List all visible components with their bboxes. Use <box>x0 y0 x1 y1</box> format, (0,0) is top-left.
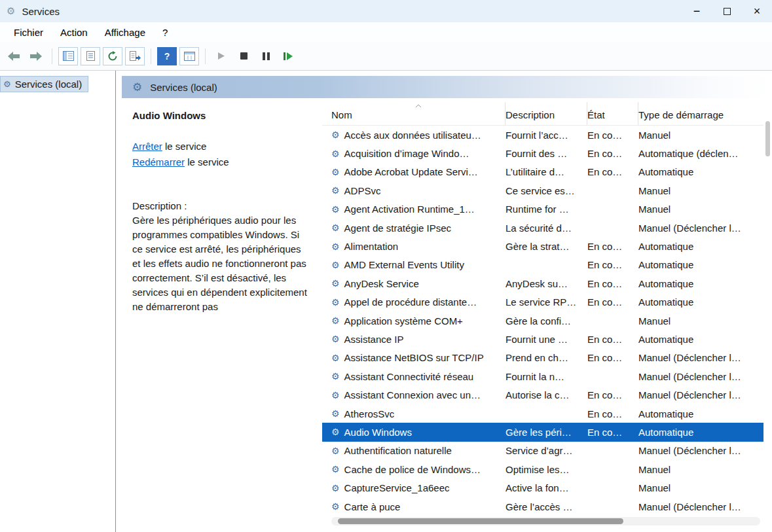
table-row[interactable]: ⚙Authentification naturelleService d’agr… <box>322 442 763 460</box>
table-row[interactable]: ⚙Cache de police de Windows…Optimise les… <box>322 460 763 478</box>
service-state-cell: En co… <box>587 130 638 141</box>
service-state-cell: En co… <box>587 241 638 252</box>
restart-service-line: Redémarrer le service <box>132 154 312 170</box>
service-name-text: Application système COM+ <box>344 315 463 327</box>
services-header-band: ⚙ Services (local) <box>122 76 772 98</box>
restart-service-link[interactable]: Redémarrer <box>132 156 185 168</box>
service-name-cell: ⚙Adobe Acrobat Update Servi… <box>331 166 505 177</box>
service-name-cell: ⚙AMD External Events Utility <box>331 259 505 270</box>
tree-item-label: Services (local) <box>15 79 83 90</box>
table-row[interactable]: ⚙Assistance NetBIOS sur TCP/IPPrend en c… <box>322 349 763 367</box>
table-row[interactable]: ⚙Carte à puceGère l’accès …Manuel (Décle… <box>322 497 763 516</box>
table-row[interactable]: ⚙Appel de procédure distante…Le service … <box>322 293 763 311</box>
table-row[interactable]: ⚙Assistance IPFournit une …En co…Automat… <box>322 330 763 348</box>
menu-affichage[interactable]: Affichage <box>96 24 154 41</box>
table-row[interactable]: ⚙AtherosSvcEn co…Automatique <box>322 404 763 423</box>
services-rows: ⚙Accès aux données utilisateu…Fournit l’… <box>322 126 763 516</box>
service-state-cell: En co… <box>587 148 638 159</box>
table-row[interactable]: ⚙Acquisition d’image Windo…Fournit des …… <box>322 144 763 162</box>
sort-ascending-icon <box>415 104 422 108</box>
extended-view-button[interactable] <box>179 47 199 65</box>
table-row[interactable]: ⚙AMD External Events UtilityEn co…Automa… <box>322 256 763 274</box>
pause-service-button[interactable] <box>256 47 276 65</box>
minimize-button[interactable]: − <box>682 0 712 22</box>
service-name-text: Assistance NetBIOS sur TCP/IP <box>344 352 484 363</box>
stop-service-link[interactable]: Arrêter <box>132 141 162 152</box>
table-row[interactable]: ⚙AnyDesk ServiceAnyDesk su…En co…Automat… <box>322 274 763 293</box>
services-table: Nom Description État Type de démarrage ⚙… <box>322 98 772 532</box>
table-row[interactable]: ⚙Application système COM+Gère la confi…M… <box>322 311 763 330</box>
menu-help[interactable]: ? <box>154 24 176 41</box>
restart-service-button[interactable] <box>278 47 298 65</box>
service-name-text: Alimentation <box>344 241 399 252</box>
service-name-cell: ⚙Assistance IP <box>331 334 505 345</box>
export-list-icon <box>130 51 141 61</box>
vertical-scrollbar-thumb[interactable] <box>765 121 770 156</box>
service-gear-icon: ⚙ <box>331 149 340 158</box>
service-name-text: CaptureService_1a6eec <box>344 482 450 493</box>
horizontal-scrollbar[interactable] <box>331 517 760 525</box>
service-description-cell: Autorise la c… <box>505 389 587 400</box>
service-description-cell: Runtime for … <box>505 204 587 215</box>
column-header-description[interactable]: Description <box>505 102 587 125</box>
table-row[interactable]: ⚙Audio WindowsGère les péri…En co…Automa… <box>322 423 763 441</box>
start-service-button[interactable] <box>211 47 231 65</box>
app-gear-icon: ⚙ <box>7 5 15 17</box>
column-header-type-demarrage[interactable]: Type de démarrage <box>638 102 763 125</box>
column-header-etat[interactable]: État <box>587 102 638 125</box>
service-name-text: Agent Activation Runtime_1… <box>344 204 475 215</box>
table-row[interactable]: ⚙Assistant Connectivité réseauFournit la… <box>322 367 763 385</box>
service-gear-icon: ⚙ <box>331 353 340 363</box>
service-gear-icon: ⚙ <box>331 242 340 251</box>
horizontal-scrollbar-thumb[interactable] <box>338 518 623 524</box>
menu-fichier[interactable]: Fichier <box>5 24 52 41</box>
service-state-cell: En co… <box>587 427 638 438</box>
window-title: Services <box>22 6 60 17</box>
table-row[interactable]: ⚙CaptureService_1a6eecActive la fon…Manu… <box>322 478 763 497</box>
table-row[interactable]: ⚙Accès aux données utilisateu…Fournit l’… <box>322 126 763 144</box>
back-button[interactable] <box>4 47 24 65</box>
tree-item-services-local[interactable]: ⚙ Services (local) <box>0 76 88 92</box>
service-gear-icon: ⚙ <box>331 502 340 511</box>
toolbar-separator <box>151 48 151 64</box>
service-startup-cell: Automatique (déclen… <box>638 148 763 159</box>
service-gear-icon: ⚙ <box>331 409 340 418</box>
stop-service-button[interactable] <box>234 47 253 65</box>
service-state-cell: En co… <box>587 166 638 177</box>
show-console-tree-button[interactable] <box>58 47 78 65</box>
menu-action[interactable]: Action <box>52 24 96 41</box>
service-description-block: Description : Gère les périphériques aud… <box>132 199 312 314</box>
service-description-cell: Active la fon… <box>505 482 587 493</box>
service-name-text: Authentification naturelle <box>344 445 452 456</box>
service-startup-cell: Automatique <box>638 166 763 177</box>
service-description-cell: Prend en ch… <box>505 352 587 363</box>
service-startup-cell: Manuel <box>638 464 763 475</box>
service-name-cell: ⚙Carte à puce <box>331 501 505 512</box>
help-button[interactable]: ? <box>157 47 177 65</box>
forward-button[interactable] <box>26 47 46 65</box>
refresh-button[interactable] <box>103 47 122 65</box>
export-list-button[interactable] <box>125 47 145 65</box>
column-header-nom[interactable]: Nom <box>331 102 505 125</box>
service-startup-cell: Automatique <box>638 427 763 438</box>
service-gear-icon: ⚙ <box>331 298 340 307</box>
main-body: Audio Windows Arrêter le service Redémar… <box>122 98 772 532</box>
table-row[interactable]: ⚙AlimentationGère la strat…En co…Automat… <box>322 237 763 255</box>
title-bar: ⚙ Services − × <box>0 0 772 22</box>
table-row[interactable]: ⚙Agent de stratégie IPsecLa sécurité d…M… <box>322 219 763 237</box>
table-row[interactable]: ⚙ADPSvcCe service es…Manuel <box>322 181 763 200</box>
service-startup-cell: Manuel (Déclencher l… <box>638 352 763 363</box>
table-row[interactable]: ⚙Adobe Acrobat Update Servi…L’utilitaire… <box>322 163 763 181</box>
service-description-cell: Fournit des … <box>505 148 587 159</box>
service-name-cell: ⚙Cache de police de Windows… <box>331 464 505 475</box>
close-button[interactable]: × <box>742 0 772 22</box>
service-gear-icon: ⚙ <box>331 130 340 139</box>
maximize-button[interactable] <box>712 0 742 22</box>
toolbar-separator <box>52 48 52 64</box>
table-row[interactable]: ⚙Assistant Connexion avec un…Autorise la… <box>322 385 763 404</box>
properties-button[interactable] <box>81 47 100 65</box>
resume-icon <box>284 52 293 60</box>
service-description-cell: La sécurité d… <box>505 222 587 234</box>
table-row[interactable]: ⚙Agent Activation Runtime_1…Runtime for … <box>322 200 763 219</box>
service-startup-cell: Manuel <box>638 315 763 327</box>
